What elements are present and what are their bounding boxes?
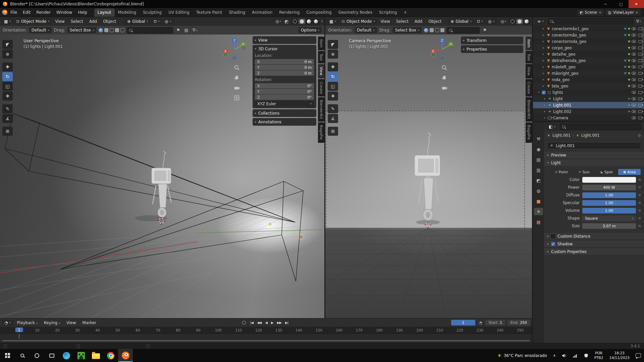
cursor-rotation-x[interactable]: X0° <box>255 83 314 88</box>
tool-rotate[interactable]: ↻ <box>2 72 13 81</box>
tab-tool[interactable]: Tool <box>526 51 532 63</box>
jump-to-end-button[interactable]: ▶| <box>283 320 290 325</box>
viewport-search[interactable] <box>127 27 173 34</box>
tool-measure[interactable]: ∡ <box>328 114 338 123</box>
outliner-scrollbar[interactable] <box>642 27 644 67</box>
expand-arrow-icon[interactable]: ▸ <box>543 104 546 107</box>
shading-solid-button[interactable] <box>516 19 523 24</box>
play-reverse-button[interactable]: ◀ <box>263 320 269 325</box>
editor-type-button[interactable]: ▦▾ <box>2 18 13 24</box>
area-light-left-wireframe[interactable] <box>5 114 295 222</box>
pan-hand-icon[interactable] <box>441 75 447 81</box>
menu-file[interactable]: File <box>8 9 20 16</box>
hide-eye-icon[interactable] <box>632 97 636 100</box>
start-frame-field[interactable]: Start1 <box>485 320 505 325</box>
hide-eye-icon[interactable] <box>632 84 636 87</box>
disable-render-icon[interactable] <box>638 40 642 43</box>
hide-eye-icon[interactable] <box>632 110 636 113</box>
workspace-tab-modeling[interactable]: Modeling <box>115 8 140 17</box>
tool-scale[interactable]: ◱ <box>2 82 13 91</box>
workspace-tab-animation[interactable]: Animation <box>249 8 276 17</box>
animate-dot-icon[interactable] <box>639 202 641 204</box>
hide-eye-icon[interactable] <box>632 116 636 119</box>
workspace-tab-compositing[interactable]: Compositing <box>303 8 335 17</box>
disable-render-icon[interactable] <box>638 104 642 107</box>
outliner-row[interactable]: ▸Camera <box>533 115 644 121</box>
properties-search-input[interactable] <box>567 124 639 129</box>
expand-arrow-icon[interactable]: ▸ <box>542 84 545 87</box>
panel-annotations[interactable]: ▸Annotations <box>253 118 316 126</box>
hide-eye-icon[interactable] <box>632 72 636 75</box>
section-custom-distance[interactable]: ▸Custom Distance <box>544 232 644 240</box>
light-type-spot[interactable]: ◣Spot <box>596 169 618 175</box>
outliner-row[interactable]: ▸▼conectormão1_geo⚒▼ <box>533 25 644 32</box>
shadow-checkbox[interactable] <box>551 242 555 246</box>
disable-render-icon[interactable] <box>638 110 642 113</box>
snapping-dropdown[interactable]: Ω▾ <box>151 18 162 24</box>
expand-arrow-icon[interactable]: ▸ <box>542 27 545 30</box>
tab-bagapie[interactable]: BagaPie <box>318 122 324 142</box>
cursor-location-z[interactable]: Z0 m <box>255 70 314 76</box>
view-layer-selector[interactable]: ▥ ViewLayer ✕ <box>605 9 641 15</box>
size-field[interactable]: 3.07 m <box>582 223 636 229</box>
volume-slider[interactable]: 1.00 <box>582 208 636 214</box>
properties-tab-scene-icon[interactable]: ◩ <box>534 177 543 184</box>
proportional-editing-dropdown[interactable]: ◎▾ <box>486 18 497 24</box>
tool-move[interactable]: ✚ <box>2 62 13 71</box>
editor-type-button[interactable]: ◧▾ <box>546 124 558 130</box>
collapse-arrow-icon[interactable]: ▸ <box>255 120 256 123</box>
menu-keying[interactable]: Keying ▾ <box>41 319 63 326</box>
network-button[interactable] <box>570 349 581 362</box>
outliner-row[interactable]: ▸▼conectormão_geo⚒▼ <box>533 32 644 38</box>
expand-arrow-icon[interactable]: ▸ <box>542 34 545 37</box>
start-button[interactable] <box>0 349 15 362</box>
workspace-tab-geometry-nodes[interactable]: Geometry Nodes <box>335 8 376 17</box>
next-keyframe-button[interactable]: ▶▶ <box>275 320 283 325</box>
menu-select[interactable]: Select <box>68 18 86 25</box>
animate-dot-icon[interactable] <box>639 186 641 188</box>
select-extend-icon[interactable] <box>110 28 114 32</box>
transform-orientation-dropdown[interactable]: ⊕Global▾ <box>448 18 474 24</box>
tool-transform[interactable]: ❖ <box>2 92 13 101</box>
panel-transform[interactable]: ▸Transform <box>461 37 523 44</box>
tool-add-cube[interactable]: ⊞ <box>2 127 13 136</box>
bookmark-icon[interactable]: ⚑ <box>482 27 488 33</box>
properties-search[interactable] <box>560 124 642 130</box>
pan-hand-icon[interactable] <box>234 75 240 81</box>
properties-tab-tool-icon[interactable]: ⚒ <box>534 135 543 142</box>
menu-view[interactable]: View <box>52 18 67 25</box>
hide-eye-icon[interactable] <box>632 78 636 81</box>
menu-add[interactable]: Add <box>412 18 425 25</box>
disable-render-icon[interactable] <box>638 91 642 94</box>
shading-material-button[interactable] <box>306 19 312 24</box>
unlink-scene-icon[interactable]: ✕ <box>599 11 601 14</box>
language-indicator[interactable]: PORPTB2 <box>591 349 606 362</box>
datablock-name-field[interactable]: ☀ Light.001 <box>547 142 641 149</box>
xray-toggle[interactable]: ◩ <box>284 18 289 24</box>
outliner-row-collection[interactable]: ▾▢lights <box>533 89 644 96</box>
menu-view[interactable]: View <box>64 319 78 326</box>
scene-selector[interactable]: ◩ Scene ✕ <box>577 9 604 15</box>
expand-arrow-icon[interactable]: ▸ <box>542 78 545 81</box>
navigation-gizmo[interactable]: Z Y X <box>429 37 455 62</box>
select-extend-icon[interactable] <box>435 28 439 32</box>
workspace-tab-sculpting[interactable]: Sculpting <box>140 8 165 17</box>
outliner-row-selected[interactable]: ▸☀Light.001☀ <box>533 102 644 108</box>
task-view-button[interactable] <box>44 349 59 362</box>
tool-annotate[interactable]: ✎ <box>2 104 13 113</box>
disable-render-icon[interactable] <box>638 27 642 30</box>
tool-add-cube[interactable]: ⊞ <box>328 127 338 136</box>
viewport-canvas-right[interactable]: Camera Perspective (1) lights | Light.00… <box>325 35 532 318</box>
animate-dot-icon[interactable] <box>639 209 641 212</box>
filter-funnel-icon[interactable]: ∇▾ <box>635 18 642 24</box>
hide-eye-icon[interactable] <box>632 27 636 30</box>
editor-type-button[interactable]: ▦▾ <box>327 18 338 24</box>
panel-properties[interactable]: ▸Properties <box>461 45 523 53</box>
tool-orientation-dropdown[interactable]: Default▾ <box>355 27 377 33</box>
tab-item[interactable]: Item <box>526 37 532 50</box>
disable-render-icon[interactable] <box>638 59 642 62</box>
tab-blenderkit[interactable]: BlenderKit <box>526 97 532 122</box>
disable-render-icon[interactable] <box>638 34 642 37</box>
auto-keying-record-icon[interactable] <box>242 321 246 324</box>
hide-eye-icon[interactable] <box>632 46 636 49</box>
